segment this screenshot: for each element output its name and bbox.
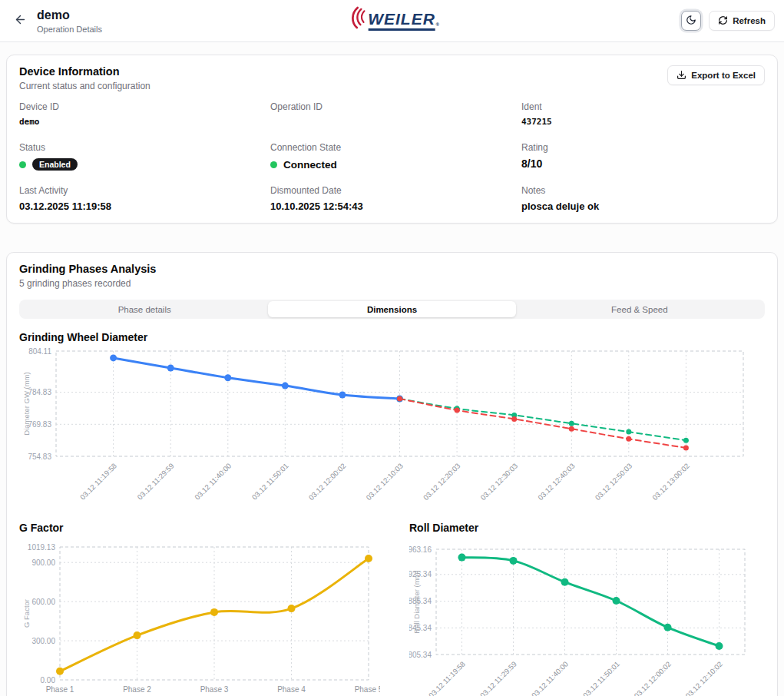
tab-phase-details[interactable]: Phase details xyxy=(21,301,268,317)
page-title: demo xyxy=(37,8,102,22)
arrow-left-icon xyxy=(14,13,27,28)
theme-toggle-button[interactable] xyxy=(681,11,701,31)
svg-text:03.12 12:40:03: 03.12 12:40:03 xyxy=(536,462,577,502)
svg-text:754.83: 754.83 xyxy=(28,452,51,461)
g-factor-chart-title: G Factor xyxy=(19,522,380,534)
svg-text:03.12 12:00:02: 03.12 12:00:02 xyxy=(632,660,673,696)
svg-text:Phase 2: Phase 2 xyxy=(123,685,151,694)
device-info-title: Device Information xyxy=(19,65,151,78)
svg-text:03.12 11:40:00: 03.12 11:40:00 xyxy=(193,462,233,502)
export-to-excel-button[interactable]: Export to Excel xyxy=(667,65,765,85)
field-ident: Ident 437215 xyxy=(521,101,765,128)
tab-dimensions[interactable]: Dimensions xyxy=(268,301,515,317)
svg-text:769.83: 769.83 xyxy=(28,420,51,429)
field-value: 437215 xyxy=(521,117,765,128)
refresh-button[interactable]: Refresh xyxy=(709,11,775,31)
svg-text:900.00: 900.00 xyxy=(31,558,55,567)
svg-text:804.11: 804.11 xyxy=(28,347,51,356)
svg-text:Phase 5: Phase 5 xyxy=(355,685,380,694)
field-value: demo xyxy=(19,117,263,128)
field-label: Device ID xyxy=(19,101,263,112)
svg-text:03.12 12:50:03: 03.12 12:50:03 xyxy=(594,462,634,502)
svg-text:03.12 11:19:58: 03.12 11:19:58 xyxy=(78,462,118,502)
gw-diameter-chart-title: Grinding Wheel Diameter xyxy=(19,331,765,343)
logo-swoosh-icon xyxy=(349,5,367,33)
field-label: Notes xyxy=(521,185,765,196)
field-label: Operation ID xyxy=(270,101,514,112)
analysis-tabs: Phase details Dimensions Feed & Speed xyxy=(19,300,765,319)
field-value: 03.12.2025 11:19:58 xyxy=(19,201,263,212)
device-info-subtitle: Current status and configuration xyxy=(19,81,151,91)
svg-text:03.12 11:50:01: 03.12 11:50:01 xyxy=(250,462,290,502)
svg-text:805.34: 805.34 xyxy=(409,651,432,659)
analysis-title: Grinding Phases Analysis xyxy=(19,263,765,275)
field-label: Dismounted Date xyxy=(270,185,514,196)
connection-value: Connected xyxy=(283,159,337,171)
field-value: 8/10 xyxy=(521,157,765,170)
field-label: Ident xyxy=(521,101,765,112)
svg-text:300.00: 300.00 xyxy=(31,637,55,645)
back-button[interactable] xyxy=(9,10,31,31)
field-label: Last Activity xyxy=(19,185,263,196)
svg-text:03.12 12:20:03: 03.12 12:20:03 xyxy=(422,462,462,502)
app-header: demo Operation Details WEILER® Refresh xyxy=(0,0,784,42)
field-operation-id: Operation ID xyxy=(270,101,514,128)
g-factor-chart: 1019.13900.00600.00300.000.00G FactorPha… xyxy=(19,537,380,696)
svg-text:03.12 12:00:02: 03.12 12:00:02 xyxy=(307,462,348,502)
svg-text:03.12 11:19:58: 03.12 11:19:58 xyxy=(427,660,467,696)
analysis-subtitle: 5 grinding phases recorded xyxy=(19,278,765,289)
field-connection-state: Connection State Connected xyxy=(270,142,514,171)
gw-diameter-chart: 804.11784.83769.83754.83Diameter GW (mm)… xyxy=(19,345,765,511)
svg-text:03.12 12:30:03: 03.12 12:30:03 xyxy=(479,462,520,502)
svg-text:03.12 11:29:59: 03.12 11:29:59 xyxy=(136,462,176,502)
download-icon xyxy=(676,70,686,81)
moon-icon xyxy=(686,15,696,28)
svg-text:03.12 11:50:01: 03.12 11:50:01 xyxy=(581,660,621,696)
field-notes: Notes plosca deluje ok xyxy=(521,185,765,212)
page-subtitle: Operation Details xyxy=(37,25,102,34)
svg-text:G Factor: G Factor xyxy=(22,599,31,628)
svg-text:03.12 12:10:02: 03.12 12:10:02 xyxy=(683,660,724,696)
field-value: plosca deluje ok xyxy=(521,201,765,212)
status-dot xyxy=(19,161,26,168)
g-factor-chart-block: G Factor 1019.13900.00600.00300.000.00G … xyxy=(19,522,380,696)
svg-text:03.12 12:10:03: 03.12 12:10:03 xyxy=(364,462,405,502)
roll-diameter-chart: 963.16925.34885.34845.34805.34Roll Diame… xyxy=(409,537,766,696)
brand-name: WEILER® xyxy=(368,11,435,31)
svg-text:Phase 3: Phase 3 xyxy=(200,685,229,694)
grinding-phases-card: Grinding Phases Analysis 5 grinding phas… xyxy=(6,252,778,696)
roll-diameter-chart-block: Roll Diameter 963.16925.34885.34845.3480… xyxy=(409,522,766,696)
device-info-grid: Device ID demo Operation ID Ident 437215… xyxy=(19,101,765,212)
svg-text:Phase 1: Phase 1 xyxy=(46,685,74,694)
field-device-id: Device ID demo xyxy=(19,101,263,128)
svg-text:Roll Diameter (mm): Roll Diameter (mm) xyxy=(412,570,421,633)
connection-dot xyxy=(270,161,277,168)
field-value: 10.10.2025 12:54:43 xyxy=(270,201,514,212)
refresh-icon xyxy=(718,15,728,27)
field-dismounted-date: Dismounted Date 10.10.2025 12:54:43 xyxy=(270,185,514,212)
field-label: Connection State xyxy=(270,142,514,153)
field-label: Rating xyxy=(521,142,765,153)
field-label: Status xyxy=(19,142,263,153)
svg-text:03.12 11:29:59: 03.12 11:29:59 xyxy=(478,660,518,696)
device-information-card: Device Information Current status and co… xyxy=(6,55,778,224)
svg-text:0.00: 0.00 xyxy=(41,676,56,684)
svg-text:600.00: 600.00 xyxy=(31,598,55,606)
svg-text:Diameter GW (mm): Diameter GW (mm) xyxy=(22,372,31,435)
field-status: Status Enabled xyxy=(19,142,263,171)
weiler-logo: WEILER® xyxy=(349,8,435,33)
svg-text:784.83: 784.83 xyxy=(28,388,51,396)
roll-diameter-chart-title: Roll Diameter xyxy=(409,522,766,534)
field-last-activity: Last Activity 03.12.2025 11:19:58 xyxy=(19,185,263,212)
tab-feed-speed[interactable]: Feed & Speed xyxy=(516,301,763,317)
status-badge: Enabled xyxy=(32,158,78,171)
svg-text:03.12 11:40:00: 03.12 11:40:00 xyxy=(530,660,570,696)
registered-mark: ® xyxy=(435,22,439,27)
field-value xyxy=(270,117,514,128)
svg-text:03.12 13:00:02: 03.12 13:00:02 xyxy=(650,462,691,502)
svg-text:963.16: 963.16 xyxy=(409,545,432,554)
field-rating: Rating 8/10 xyxy=(521,142,765,171)
svg-text:Phase 4: Phase 4 xyxy=(277,685,306,694)
svg-text:1019.13: 1019.13 xyxy=(28,543,56,552)
